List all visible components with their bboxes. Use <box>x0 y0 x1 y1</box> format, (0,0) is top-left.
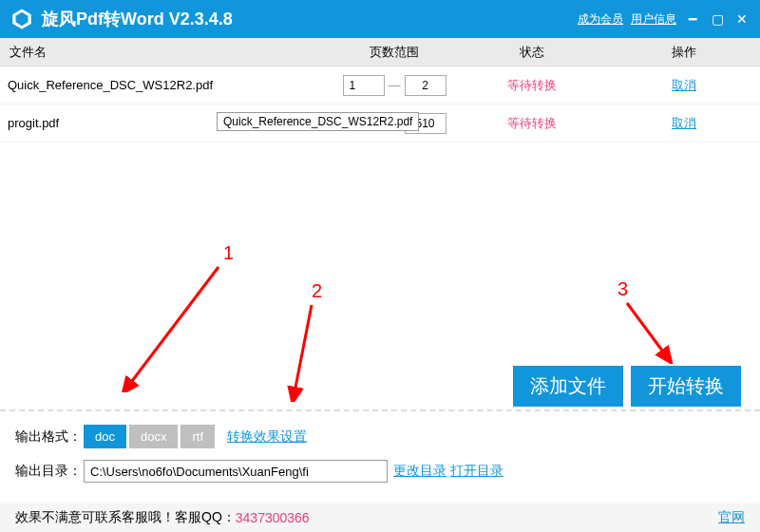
cancel-link[interactable]: 取消 <box>672 78 696 92</box>
page-from-input[interactable] <box>343 75 385 96</box>
minimize-icon[interactable]: ━ <box>684 10 701 28</box>
official-site-link[interactable]: 官网 <box>718 509 745 526</box>
close-icon[interactable]: ✕ <box>733 10 750 28</box>
header-status: 状态 <box>456 44 608 61</box>
add-file-button[interactable]: 添加文件 <box>513 366 623 407</box>
titlebar: 旋风Pdf转Word V2.3.4.8 成为会员 用户信息 ━ ▢ ✕ <box>0 0 760 38</box>
arrow-icon <box>285 297 323 402</box>
table-row: progit.pdf Quick_Reference_DSC_WS12R2.pd… <box>0 104 760 142</box>
cancel-link[interactable]: 取消 <box>672 116 696 130</box>
start-convert-button[interactable]: 开始转换 <box>631 366 741 407</box>
format-docx-button[interactable]: docx <box>129 425 178 448</box>
output-format-row: 输出格式： doc docx rtf 转换效果设置 <box>15 425 745 448</box>
change-dir-link[interactable]: 更改目录 <box>393 463 446 480</box>
table-row: Quick_Reference_DSC_WS12R2.pdf — 等待转换 取消 <box>0 66 760 104</box>
output-dir-row: 输出目录： 更改目录 打开目录 <box>15 460 745 483</box>
format-doc-button[interactable]: doc <box>84 425 126 448</box>
page-to-input[interactable] <box>405 75 446 96</box>
format-rtf-button[interactable]: rtf <box>180 425 215 448</box>
table-header: 文件名 页数范围 状态 操作 <box>0 38 760 66</box>
status-cell: 等待转换 <box>456 77 608 94</box>
user-info-link[interactable]: 用户信息 <box>631 11 676 28</box>
app-title: 旋风Pdf转Word V2.3.4.8 <box>42 8 578 30</box>
app-logo-icon <box>10 7 34 31</box>
annotation-2: 2 <box>312 280 322 302</box>
footer-qq: 3437300366 <box>236 510 310 525</box>
open-dir-link[interactable]: 打开目录 <box>450 463 504 480</box>
page-range: — <box>332 75 456 96</box>
filename-cell: Quick_Reference_DSC_WS12R2.pdf <box>0 78 332 92</box>
bottom-panel: 添加文件 开始转换 输出格式： doc docx rtf 转换效果设置 输出目录… <box>0 409 760 504</box>
op-cell: 取消 <box>608 77 760 94</box>
status-cell: 等待转换 <box>456 115 608 132</box>
effect-settings-link[interactable]: 转换效果设置 <box>227 428 307 446</box>
header-pages: 页数范围 <box>332 44 456 61</box>
filename-tooltip: Quick_Reference_DSC_WS12R2.pdf <box>217 112 419 131</box>
svg-line-1 <box>294 305 312 392</box>
arrow-icon <box>122 259 226 392</box>
header-filename: 文件名 <box>0 44 332 61</box>
format-label: 输出格式： <box>15 428 84 446</box>
annotation-3: 3 <box>618 278 628 300</box>
svg-line-0 <box>129 267 218 385</box>
dir-label: 输出目录： <box>15 463 84 480</box>
footer-text: 效果不满意可联系客服哦！客服QQ： <box>15 509 236 526</box>
svg-line-2 <box>627 303 665 354</box>
footer: 效果不满意可联系客服哦！客服QQ： 3437300366 官网 <box>0 504 760 532</box>
op-cell: 取消 <box>608 115 760 132</box>
arrow-icon <box>619 297 676 364</box>
output-dir-input[interactable] <box>84 460 388 483</box>
page-sep-icon: — <box>389 78 401 92</box>
header-op: 操作 <box>608 44 760 61</box>
maximize-icon[interactable]: ▢ <box>709 10 726 28</box>
annotation-1: 1 <box>223 242 234 264</box>
member-link[interactable]: 成为会员 <box>578 11 623 28</box>
